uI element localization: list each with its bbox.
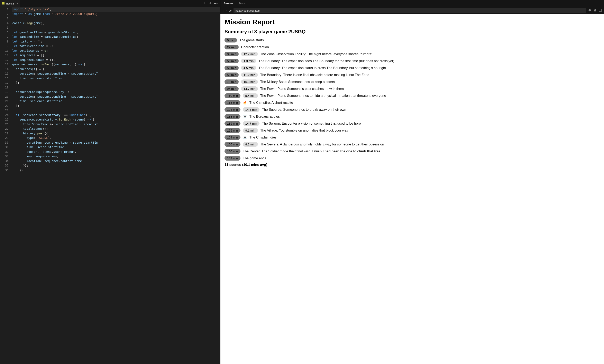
row-text: The Chaplain dies [250,135,600,139]
url-input[interactable] [234,8,586,13]
duration-pill: 14.7 min [241,86,258,91]
time-pill: 0 min [225,38,237,42]
timeline-row: 124 min14.3 minThe Suburbs: Someone trie… [225,107,600,112]
row-text: The Military Base: Someone tries to keep… [260,80,600,84]
event-emoji-icon: 🔥 [243,101,247,105]
duration-pill: 5.4 min [243,93,258,98]
code-area[interactable]: import "./styles.css";import * as game f… [12,7,220,364]
row-text: The Boundary: The expedition sees The Bo… [258,59,600,63]
time-pill: 166 min [225,142,240,147]
row-text: Character creation [241,45,600,49]
timeline-row: 182 minThe game ends [225,156,600,160]
timeline-row: 95 min14.7 minThe Power Plant: Someone's… [225,86,600,91]
duration-pill: 4.5 min [241,66,256,70]
time-pill: 79 min [225,79,239,84]
time-pill: 124 min [225,107,240,112]
row-text: The Swamp: Encounter a vision of somethi… [262,121,600,125]
time-pill: 164 min [225,135,240,140]
row-text: The Boundary: There is one final obstacl… [260,73,600,77]
row-text: The Village: You stumble on anomalies th… [260,129,600,132]
tab-filename: index.js [6,2,14,5]
file-tab[interactable]: J index.js × [0,0,20,7]
editor-tabs: J index.js × ••• [0,0,220,7]
svg-marker-6 [589,9,591,12]
run-icon[interactable] [208,1,211,6]
timeline-row: 138 min☠️The Bureaucrat dies [225,114,600,119]
timeline-row: 0 minThe game starts [225,38,600,42]
timeline-row: 110 min5.4 minThe Power Plant: Someone t… [225,93,600,98]
time-pill: 139 min [225,121,240,126]
timeline-row: 53 min1.3 minThe Boundary: The expeditio… [225,59,600,63]
new-window-icon[interactable] [599,9,602,13]
tab-tests[interactable]: Tests [239,2,245,5]
open-window-icon[interactable] [593,9,597,13]
duration-pill: 8.2 min [243,142,258,147]
time-pill: 53 min [225,59,239,63]
js-file-icon: J [2,2,4,5]
deploy-icon[interactable] [588,9,591,13]
editor-toolbar: ••• [199,0,220,7]
preview-content[interactable]: Mission Report Summary of 3 player game … [220,14,604,364]
reload-icon[interactable]: ⟳ [229,9,231,13]
svg-rect-9 [599,9,602,12]
row-text: The Suburbs: Someone tries to break away… [262,108,600,111]
time-pill: 95 min [225,86,239,91]
time-pill: 35 min [225,52,239,56]
timeline-row: 79 min15.3 minThe Military Base: Someone… [225,79,600,84]
nav-buttons: ‹ › ⟳ [223,9,231,13]
duration-pill: 1.3 min [241,59,256,63]
duration-pill: 15.3 min [241,79,258,84]
code-editor[interactable]: 1234567891011121314151617181920212223242… [0,7,220,364]
page-title: Mission Report [225,18,600,26]
preview-tabs: Browser Tests [220,0,604,7]
timeline-row: 164 min☠️The Chaplain dies [225,135,600,140]
timeline-row: 35 min12.7 minThe Zone Observation Facil… [225,52,600,56]
line-gutter: 1234567891011121314151617181920212223242… [0,7,12,364]
duration-pill: 14.7 min [243,121,260,126]
timeline-row: 59 min11.2 minThe Boundary: There is one… [225,73,600,77]
back-icon[interactable]: ‹ [223,9,224,13]
timeline-row: 180 minThe Center: The Soldier made thei… [225,149,600,154]
row-text: The Campfire. A short respite [250,101,600,105]
row-text: The Center: The Soldier made their final… [243,149,600,153]
svg-marker-5 [209,3,210,3]
svg-rect-7 [594,9,596,11]
duration-pill: 9.1 min [243,128,258,133]
svg-rect-8 [594,10,596,11]
preview-panel: Browser Tests ‹ › ⟳ Mission Report Summa… [220,0,604,364]
row-text: The Sewers: A dangerous anomaly holds a … [260,142,600,146]
url-actions [588,9,602,13]
row-text: The Bureaucrat dies [250,115,600,119]
row-text: The Power Plant: Someone tries to hide a… [260,94,600,98]
timeline-row: 55 min4.5 minThe Boundary: The expeditio… [225,66,600,70]
time-pill: 138 min [225,114,240,119]
time-pill: 110 min [225,93,240,98]
split-editor-icon[interactable] [201,1,205,6]
timeline-row: 139 min14.7 minThe Swamp: Encounter a vi… [225,121,600,126]
more-icon[interactable]: ••• [214,2,218,5]
page-subtitle: Summary of 3 player game 2USGQ [225,29,600,35]
time-pill: 182 min [225,156,240,160]
duration-pill: 14.3 min [243,107,260,112]
time-pill: 55 min [225,66,239,70]
time-pill: 180 min [225,149,240,154]
close-icon[interactable]: × [16,2,18,5]
forward-icon[interactable]: › [226,9,227,13]
row-text: The Zone Observation Facility: The night… [260,52,600,56]
row-text: The Power Plant: Someone's past catches … [260,87,600,91]
time-pill: 59 min [225,73,239,77]
tab-browser[interactable]: Browser [224,2,233,5]
row-text: The game starts [239,38,600,42]
timeline-row: 166 min8.2 minThe Sewers: A dangerous an… [225,142,600,147]
duration-pill: 12.7 min [241,52,258,56]
time-pill: 155 min [225,128,240,133]
summary-footer: 11 scenes (10.1 mins avg) [225,163,600,167]
duration-pill: 11.2 min [241,73,258,77]
time-pill: 115 min [225,100,240,105]
event-emoji-icon: ☠️ [243,115,247,119]
time-pill: 22 min [225,45,239,49]
row-text: The Boundary: The expedition starts to c… [258,66,600,70]
url-bar: ‹ › ⟳ [220,7,604,14]
timeline-row: 22 minCharacter creation [225,45,600,49]
row-text: The game ends [243,156,600,160]
